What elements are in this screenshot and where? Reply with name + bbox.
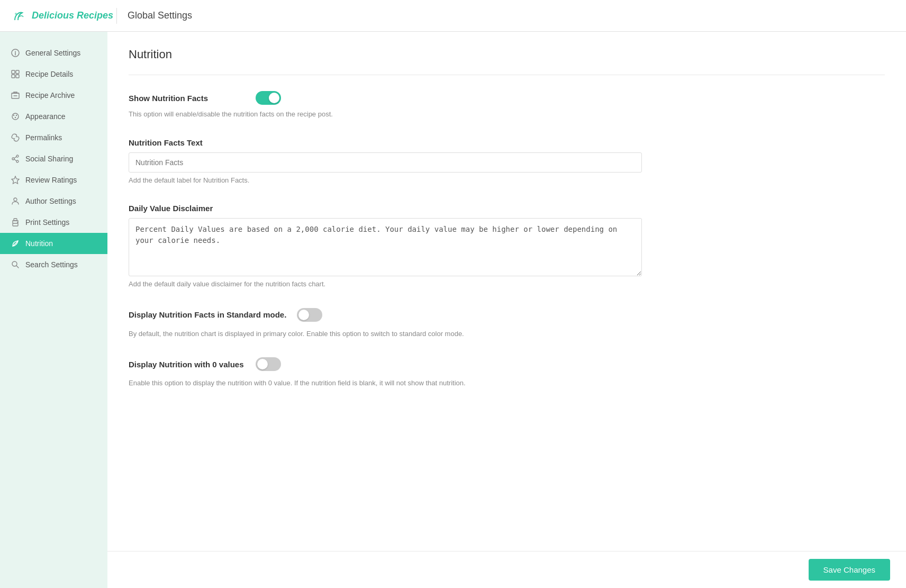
main-layout: General Settings Recipe Details Recipe A… — [0, 32, 906, 588]
svg-point-8 — [13, 115, 14, 116]
svg-point-13 — [12, 158, 14, 160]
standard-mode-toggle[interactable] — [297, 308, 322, 322]
show-nutrition-facts-toggle[interactable] — [256, 91, 281, 105]
section-divider — [129, 75, 885, 75]
svg-rect-3 — [16, 70, 19, 74]
share-icon — [11, 154, 20, 164]
toggle-thumb-standard-mode — [298, 310, 309, 320]
sidebar-label-recipe-details: Recipe Details — [25, 70, 73, 78]
sidebar-item-social-sharing[interactable]: Social Sharing — [0, 148, 107, 169]
toggle-thumb-nutrition-facts — [269, 93, 279, 103]
sidebar-label-general-settings: General Settings — [25, 49, 80, 57]
svg-point-11 — [16, 155, 19, 157]
svg-marker-14 — [12, 176, 19, 184]
sidebar-item-print-settings[interactable]: Print Settings — [0, 212, 107, 233]
sidebar-label-search-settings: Search Settings — [25, 260, 78, 269]
show-nutrition-facts-label: Show Nutrition Facts — [129, 94, 245, 103]
sidebar-item-recipe-details[interactable]: Recipe Details — [0, 64, 107, 85]
nutrition-facts-text-helper: Add the default label for Nutrition Fact… — [129, 175, 885, 186]
sidebar-item-recipe-archive[interactable]: Recipe Archive — [0, 85, 107, 106]
toggle-thumb-zero-values — [257, 359, 268, 369]
save-changes-button[interactable]: Save Changes — [809, 559, 890, 581]
grid-icon — [11, 69, 20, 79]
svg-point-0 — [15, 13, 17, 15]
zero-values-section: Display Nutrition with 0 values Enable t… — [129, 357, 885, 388]
daily-value-disclaimer-label: Daily Value Disclaimer — [129, 204, 885, 213]
svg-point-7 — [12, 113, 19, 120]
svg-point-12 — [16, 160, 19, 162]
search-icon — [11, 260, 20, 269]
app-header: Delicious Recipes Global Settings — [0, 0, 906, 32]
sidebar-item-permalinks[interactable]: Permalinks — [0, 127, 107, 148]
header-title: Global Settings — [128, 10, 192, 21]
sidebar-item-author-settings[interactable]: Author Settings — [0, 191, 107, 212]
svg-rect-17 — [14, 219, 17, 221]
star-icon — [11, 175, 20, 185]
zero-values-toggle[interactable] — [256, 357, 281, 371]
sidebar-label-appearance: Appearance — [25, 112, 66, 121]
info-icon — [11, 48, 20, 58]
sidebar: General Settings Recipe Details Recipe A… — [0, 32, 107, 588]
sidebar-label-author-settings: Author Settings — [25, 197, 76, 205]
nutrition-facts-text-label: Nutrition Facts Text — [129, 138, 885, 147]
svg-point-15 — [14, 198, 17, 201]
leaf-icon — [11, 239, 20, 248]
print-icon — [11, 218, 20, 227]
palette-icon — [11, 112, 20, 121]
nutrition-facts-text-section: Nutrition Facts Text Nutrition Facts Add… — [129, 138, 885, 186]
svg-rect-4 — [12, 75, 15, 78]
svg-point-18 — [17, 222, 18, 223]
svg-rect-16 — [13, 223, 18, 226]
brand-name: Delicious Recipes — [32, 10, 113, 21]
footer-bar: Save Changes — [107, 551, 906, 588]
sidebar-label-recipe-archive: Recipe Archive — [25, 91, 75, 99]
user-icon — [11, 196, 20, 206]
zero-values-description: Enable this option to display the nutrit… — [129, 378, 885, 388]
toggle-track-standard-mode[interactable] — [297, 308, 322, 322]
svg-rect-5 — [16, 75, 19, 78]
header-divider — [116, 8, 117, 24]
toggle-track-zero-values[interactable] — [256, 357, 281, 371]
sidebar-item-appearance[interactable]: Appearance — [0, 106, 107, 127]
daily-value-disclaimer-textarea[interactable]: Percent Daily Values are based on a 2,00… — [129, 218, 642, 276]
page-title: Nutrition — [129, 48, 885, 61]
link-icon — [11, 133, 20, 142]
standard-mode-label: Display Nutrition Facts in Standard mode… — [129, 310, 286, 319]
zero-values-label: Display Nutrition with 0 values — [129, 360, 245, 369]
archive-icon — [11, 91, 20, 100]
standard-mode-description: By default, the nutrition chart is displ… — [129, 329, 885, 339]
svg-rect-2 — [12, 70, 15, 74]
nutrition-facts-text-input[interactable]: Nutrition Facts — [129, 152, 642, 173]
sidebar-label-print-settings: Print Settings — [25, 218, 69, 227]
sidebar-label-nutrition: Nutrition — [25, 239, 53, 248]
sidebar-label-permalinks: Permalinks — [25, 133, 62, 142]
sidebar-item-review-ratings[interactable]: Review Ratings — [0, 169, 107, 191]
standard-mode-section: Display Nutrition Facts in Standard mode… — [129, 308, 885, 339]
svg-point-9 — [16, 115, 17, 116]
daily-value-disclaimer-section: Daily Value Disclaimer Percent Daily Val… — [129, 204, 885, 290]
sidebar-item-general-settings[interactable]: General Settings — [0, 42, 107, 64]
logo-icon — [11, 7, 28, 24]
show-nutrition-facts-description: This option will enable/disable the nutr… — [129, 109, 885, 120]
toggle-track-nutrition-facts[interactable] — [256, 91, 281, 105]
sidebar-item-nutrition[interactable]: Nutrition — [0, 233, 107, 254]
daily-value-disclaimer-helper: Add the default daily value disclaimer f… — [129, 279, 885, 290]
logo: Delicious Recipes — [11, 7, 116, 24]
sidebar-label-review-ratings: Review Ratings — [25, 176, 77, 184]
svg-point-10 — [15, 117, 16, 118]
sidebar-label-social-sharing: Social Sharing — [25, 155, 73, 163]
sidebar-item-search-settings[interactable]: Search Settings — [0, 254, 107, 275]
show-nutrition-facts-section: Show Nutrition Facts This option will en… — [129, 91, 885, 120]
content-area: Nutrition Show Nutrition Facts This opti… — [107, 32, 906, 588]
